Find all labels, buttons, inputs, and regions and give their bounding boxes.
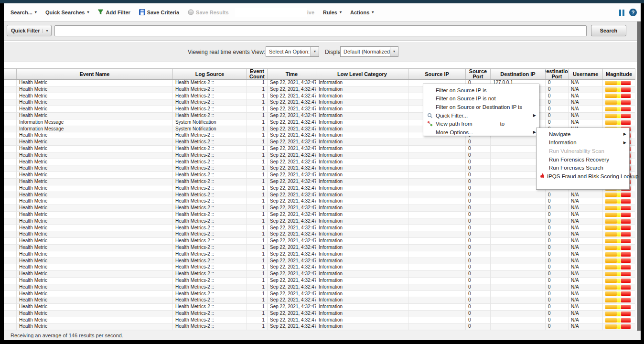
table-row[interactable]: Health MetricHealth Metrics-2 ::1Sep 22,… <box>4 212 635 218</box>
display-select[interactable]: Default (Normalized) ▾ <box>340 46 398 57</box>
table-row[interactable]: Information MessageSystem Notification1S… <box>4 119 635 126</box>
column-header-time[interactable]: Time <box>268 69 316 79</box>
table-row[interactable]: Health MetricHealth Metrics-2 ::1Sep 22,… <box>4 297 635 304</box>
context-menu-item-filter-on-source-ip-is[interactable]: Filter on Source IP is <box>423 86 539 95</box>
magnitude-bar <box>621 219 631 224</box>
table-row[interactable]: Health MetricHealth Metrics-2 ::1Sep 22,… <box>4 99 635 106</box>
help-icon[interactable]: ? <box>629 9 637 16</box>
table-row[interactable]: Health MetricHealth Metrics-2 ::1Sep 22,… <box>4 80 635 86</box>
cell-event-name: Health Metric <box>17 323 173 330</box>
magnitude-bar <box>617 279 621 283</box>
table-row[interactable]: Health MetricHealth Metrics-2 ::1Sep 22,… <box>4 238 635 245</box>
table-row[interactable]: Health MetricHealth Metrics-2 ::1Sep 22,… <box>4 205 635 212</box>
submenu-item-run-forensics-recovery[interactable]: Run Forensics Recovery <box>537 155 629 164</box>
cell-event-name: Health Metric <box>17 132 173 139</box>
submenu-item-information[interactable]: Information▶ <box>537 139 629 147</box>
table-row[interactable]: Health MetricHealth Metrics-2 ::1Sep 22,… <box>4 258 635 265</box>
magnitude-bar <box>605 199 617 204</box>
context-menu-item-filter-on-source-ip-is-not[interactable]: Filter on Source IP is not <box>423 95 539 103</box>
table-row[interactable]: Health MetricHealth Metrics-2 ::1Sep 22,… <box>4 106 635 113</box>
table-row[interactable]: Health MetricHealth Metrics-2 ::1Sep 22,… <box>4 245 635 251</box>
table-row[interactable]: Health MetricHealth Metrics-2 ::1Sep 22,… <box>4 291 635 298</box>
table-row[interactable]: Health MetricHealth Metrics-2 ::1Sep 22,… <box>4 218 635 225</box>
cell-log-source: Health Metrics-2 :: <box>173 205 247 211</box>
table-row[interactable]: Health MetricHealth Metrics-2 ::1Sep 22,… <box>4 304 635 311</box>
cell-log-source: Health Metrics-2 :: <box>173 93 247 99</box>
table-row[interactable]: Health MetricHealth Metrics-2 ::1Sep 22,… <box>4 323 635 330</box>
toolbar-item-actions[interactable]: Actions▾ <box>350 10 374 15</box>
search-input[interactable] <box>54 25 587 36</box>
toolbar-item-rules[interactable]: Rules▾ <box>323 10 342 15</box>
column-header-dest-ip[interactable]: Destination IP <box>491 69 546 79</box>
cell-source-port: 0 <box>466 323 491 330</box>
cell-select <box>4 311 17 317</box>
table-row[interactable]: Health MetricHealth Metrics-2 ::1Sep 22,… <box>4 225 635 232</box>
context-menu-item-more-options[interactable]: More Options...▶ <box>423 128 539 137</box>
context-menu-item-view-path-from[interactable]: View path fromto <box>423 119 539 128</box>
cell-source-port: 0 <box>466 225 491 231</box>
cell-time: Sep 22, 2021, 4:32:47 PM <box>268 146 316 152</box>
column-header-username[interactable]: Username <box>569 69 603 79</box>
toolbar-item-add-filter[interactable]: Add Filter <box>97 9 130 15</box>
column-header-dest-port[interactable]: Destination Port <box>546 69 569 79</box>
submenu-item-run-forensics-search[interactable]: Run Forensics Search <box>537 163 629 172</box>
cell-dest-port: 0 <box>546 238 569 244</box>
cell-magnitude <box>603 291 635 297</box>
table-row[interactable]: Health MetricHealth Metrics-2 ::1Sep 22,… <box>4 86 635 93</box>
table-row[interactable]: Health MetricHealth Metrics-2 ::1Sep 22,… <box>4 231 635 238</box>
column-header-source-ip[interactable]: Source IP <box>408 69 466 79</box>
cell-dest-ip <box>491 317 546 323</box>
table-row[interactable]: Health MetricHealth Metrics-2 ::1Sep 22,… <box>4 192 635 199</box>
cell-select <box>4 205 17 211</box>
table-row[interactable]: Health MetricHealth Metrics-2 ::1Sep 22,… <box>4 251 635 258</box>
quick-filter-dropdown[interactable]: Quick Filter ▾ <box>7 25 52 36</box>
submenu-item-ipqs-fraud-and-risk-scoring-lookup[interactable]: IPQS Fraud and Risk Scoring Lookup <box>537 172 629 181</box>
table-row[interactable]: Health MetricHealth Metrics-2 ::1Sep 22,… <box>4 93 635 100</box>
table-row[interactable]: Health MetricHealth Metrics-2 ::1Sep 22,… <box>4 317 635 324</box>
magnitude-bar <box>621 120 631 125</box>
cell-select <box>4 126 17 132</box>
column-header-log-source[interactable]: Log Source <box>173 69 247 79</box>
cell-event-count: 1 <box>247 132 268 139</box>
magnitude-bar <box>621 272 631 276</box>
cell-select <box>4 212 17 218</box>
more-options-submenu: Navigate▶Information▶Run Vulnerability S… <box>536 128 630 190</box>
context-menu-item-filter-on-source-or-destination-ip-is[interactable]: Filter on Source or Destination IP is <box>423 103 539 111</box>
column-header-event-name[interactable]: Event Name <box>17 69 173 79</box>
magnitude-bar <box>621 305 631 309</box>
toolbar-item-save-criteria[interactable]: Save Criteria <box>139 9 179 15</box>
magnitude-bar <box>617 226 621 230</box>
submenu-arrow-icon: ▶ <box>533 113 536 118</box>
table-row[interactable]: Health MetricHealth Metrics-2 ::1Sep 22,… <box>4 264 635 271</box>
context-menu-item-quick-filter[interactable]: Quick Filter...▶ <box>423 111 539 120</box>
column-header-magnitude[interactable]: Magnitude <box>603 69 635 79</box>
view-select[interactable]: Select An Option: ▾ <box>266 46 319 57</box>
column-header-select[interactable] <box>4 69 17 79</box>
table-row[interactable]: Health MetricHealth Metrics-2 ::1Sep 22,… <box>4 278 635 284</box>
column-header-category[interactable]: Low Level Category <box>316 69 408 79</box>
table-row[interactable]: Health MetricHealth Metrics-2 ::1Sep 22,… <box>4 198 635 205</box>
magnitude-bar <box>621 312 631 316</box>
column-header-event-count[interactable]: Event Count <box>247 69 268 79</box>
cell-category: Information <box>316 271 408 277</box>
cell-time: Sep 22, 2021, 4:32:47 PM <box>268 212 316 218</box>
pause-streaming-icon[interactable] <box>619 10 624 16</box>
cell-dest-ip <box>491 212 546 218</box>
toolbar-item-quick-searches[interactable]: Quick Searches▾ <box>45 10 89 15</box>
table-row[interactable]: Health MetricHealth Metrics-2 ::1Sep 22,… <box>4 284 635 291</box>
submenu-item-navigate[interactable]: Navigate▶ <box>537 130 629 139</box>
cell-magnitude <box>603 284 635 290</box>
menu-item-label: Filter on Source or Destination IP is <box>436 104 522 110</box>
table-row[interactable]: Health MetricHealth Metrics-2 ::1Sep 22,… <box>4 271 635 278</box>
cell-time: Sep 22, 2021, 4:32:47 PM <box>268 119 316 126</box>
cell-log-source: Health Metrics-2 :: <box>173 311 247 317</box>
cell-username: N/A <box>569 106 603 112</box>
search-button[interactable]: Search <box>591 25 626 36</box>
magnitude-bar <box>617 213 621 217</box>
cell-time: Sep 22, 2021, 4:32:47 PM <box>268 278 316 284</box>
table-row[interactable]: Health MetricHealth Metrics-2 ::1Sep 22,… <box>4 113 635 119</box>
table-row[interactable]: Health MetricHealth Metrics-2 ::1Sep 22,… <box>4 311 635 317</box>
column-header-source-port[interactable]: Source Port <box>466 69 491 79</box>
toolbar-item-search[interactable]: Search...▾ <box>11 10 37 15</box>
cell-dest-port: 0 <box>546 218 569 225</box>
